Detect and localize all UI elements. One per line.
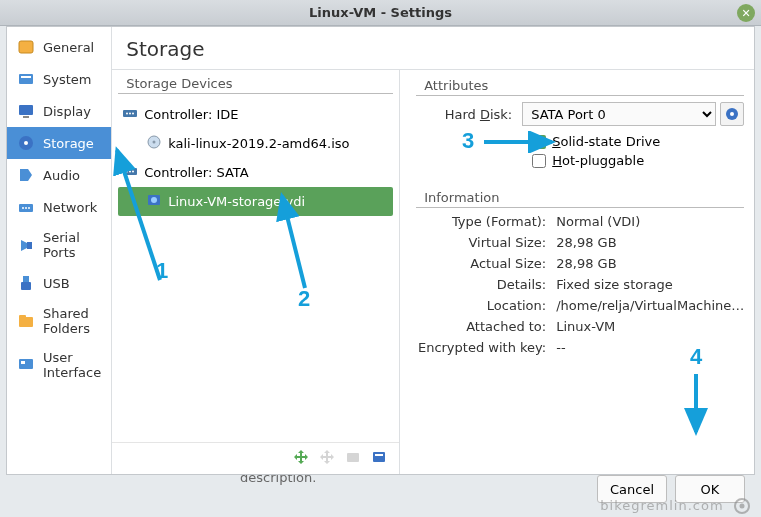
- info-key: Details:: [416, 277, 556, 292]
- hard-disk-select[interactable]: SATA Port 0: [522, 102, 716, 126]
- svg-rect-15: [19, 315, 26, 319]
- info-key: Actual Size:: [416, 256, 556, 271]
- svg-rect-0: [19, 41, 33, 53]
- sidebar-item-user-interface[interactable]: User Interface: [7, 343, 111, 387]
- info-value: --: [556, 340, 565, 355]
- svg-point-40: [740, 504, 745, 509]
- titlebar: Linux-VM - Settings ✕: [0, 0, 761, 26]
- sidebar-icon: [17, 166, 35, 184]
- sidebar-item-label: Shared Folders: [43, 306, 101, 336]
- info-row: Encrypted with key:--: [416, 340, 744, 355]
- sidebar-icon: [17, 134, 35, 152]
- sidebar-item-serial-ports[interactable]: Serial Ports: [7, 223, 111, 267]
- sidebar-item-network[interactable]: Network: [7, 191, 111, 223]
- add-attachment-icon[interactable]: [345, 449, 361, 468]
- svg-point-8: [22, 207, 24, 209]
- sidebar-item-label: Network: [43, 200, 97, 215]
- svg-point-6: [24, 141, 28, 145]
- sidebar-item-display[interactable]: Display: [7, 95, 111, 127]
- ok-button[interactable]: OK: [675, 475, 745, 503]
- dialog-buttons: Cancel OK: [597, 475, 745, 503]
- cancel-button[interactable]: Cancel: [597, 475, 667, 503]
- info-row: Virtual Size:28,98 GB: [416, 235, 744, 250]
- remove-controller-icon[interactable]: [319, 449, 335, 468]
- svg-point-26: [129, 171, 131, 173]
- storage-item-label: kali-linux-2019.2-amd64.iso: [168, 136, 349, 151]
- sidebar-item-general[interactable]: General: [7, 31, 111, 63]
- svg-point-19: [126, 113, 128, 115]
- hotplug-checkbox[interactable]: [532, 154, 546, 168]
- hotplug-checkbox-row[interactable]: Hot-pluggable: [532, 151, 744, 170]
- sidebar-icon: [17, 312, 35, 330]
- svg-point-27: [132, 171, 134, 173]
- svg-rect-32: [375, 454, 383, 456]
- page-title: Storage: [112, 27, 754, 70]
- information-header: Information: [416, 184, 744, 208]
- info-row: Details:Fixed size storage: [416, 277, 744, 292]
- info-row: Location:/home/relja/VirtualMachine…: [416, 298, 744, 313]
- info-value: 28,98 GB: [556, 256, 616, 271]
- svg-rect-17: [21, 361, 25, 364]
- svg-point-9: [25, 207, 27, 209]
- svg-rect-2: [21, 76, 31, 78]
- info-value: Normal (VDI): [556, 214, 640, 229]
- info-value: Fixed size storage: [556, 277, 673, 292]
- sidebar-item-usb[interactable]: USB: [7, 267, 111, 299]
- attributes-column: Attributes Hard Disk: SATA Port 0 Solid-…: [400, 70, 754, 474]
- sidebar: GeneralSystemDisplayStorageAudioNetworkS…: [7, 27, 112, 474]
- attributes-header: Attributes: [416, 72, 744, 96]
- sidebar-item-label: Audio: [43, 168, 80, 183]
- storage-tree[interactable]: Controller: IDEkali-linux-2019.2-amd64.i…: [112, 98, 399, 442]
- controller-icon: [122, 105, 138, 124]
- sidebar-item-shared-folders[interactable]: Shared Folders: [7, 299, 111, 343]
- storage-item[interactable]: Linux-VM-storage.vdi: [118, 187, 393, 216]
- sidebar-item-label: Storage: [43, 136, 94, 151]
- sidebar-item-label: General: [43, 40, 94, 55]
- controller-row[interactable]: Controller: SATA: [118, 158, 393, 187]
- hard-disk-row: Hard Disk: SATA Port 0: [416, 102, 744, 126]
- ssd-label: Solid-state Drive: [552, 134, 660, 149]
- sidebar-icon: [17, 274, 35, 292]
- info-row: Actual Size:28,98 GB: [416, 256, 744, 271]
- sidebar-item-audio[interactable]: Audio: [7, 159, 111, 191]
- info-key: Location:: [416, 298, 556, 313]
- remove-attachment-icon[interactable]: [371, 449, 387, 468]
- main-panel: Storage Storage Devices Controller: IDEk…: [112, 27, 754, 474]
- sidebar-icon: [17, 38, 35, 56]
- window-title: Linux-VM - Settings: [309, 5, 452, 20]
- svg-point-25: [126, 171, 128, 173]
- hdd-icon: [146, 192, 162, 211]
- svg-rect-13: [21, 282, 31, 290]
- svg-rect-31: [373, 452, 385, 462]
- info-key: Type (Format):: [416, 214, 556, 229]
- hard-disk-label: Hard Disk:: [416, 107, 522, 122]
- close-icon[interactable]: ✕: [737, 4, 755, 22]
- information-list: Type (Format):Normal (VDI)Virtual Size:2…: [416, 214, 744, 355]
- info-key: Virtual Size:: [416, 235, 556, 250]
- sidebar-item-system[interactable]: System: [7, 63, 111, 95]
- svg-rect-1: [19, 74, 33, 84]
- sidebar-item-storage[interactable]: Storage: [7, 127, 111, 159]
- controller-icon: [122, 163, 138, 182]
- sidebar-icon: [17, 356, 35, 374]
- info-value: Linux-VM: [556, 319, 615, 334]
- storage-item[interactable]: kali-linux-2019.2-amd64.iso: [118, 129, 393, 158]
- ssd-checkbox[interactable]: [532, 135, 546, 149]
- info-row: Attached to:Linux-VM: [416, 319, 744, 334]
- add-controller-icon[interactable]: [293, 449, 309, 468]
- storage-devices-header: Storage Devices: [118, 70, 393, 94]
- sidebar-icon: [17, 70, 35, 88]
- controller-label: Controller: IDE: [144, 107, 238, 122]
- storage-toolbar: [112, 442, 399, 474]
- sidebar-icon: [17, 198, 35, 216]
- sidebar-item-label: Serial Ports: [43, 230, 101, 260]
- controller-label: Controller: SATA: [144, 165, 248, 180]
- disc-icon: [146, 134, 162, 153]
- hard-disk-chooser-icon[interactable]: [720, 102, 744, 126]
- ssd-checkbox-row[interactable]: Solid-state Drive: [532, 132, 744, 151]
- storage-devices-column: Storage Devices Controller: IDEkali-linu…: [112, 70, 400, 474]
- sidebar-item-label: USB: [43, 276, 70, 291]
- controller-row[interactable]: Controller: IDE: [118, 100, 393, 129]
- svg-rect-30: [347, 453, 359, 462]
- sidebar-item-label: System: [43, 72, 91, 87]
